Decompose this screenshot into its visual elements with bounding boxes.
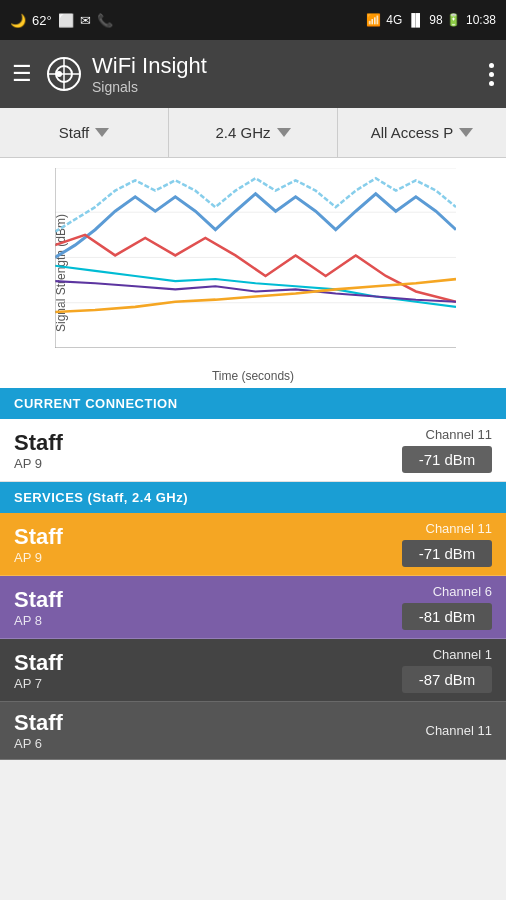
app-title: WiFi Insight: [92, 53, 489, 79]
app-subtitle: Signals: [92, 79, 489, 95]
app-logo: [46, 56, 82, 92]
connection-signal-badge: -71 dBm: [402, 446, 492, 473]
status-left: 🌙 62° ⬜ ✉ 📞: [10, 13, 113, 28]
filter-frequency[interactable]: 2.4 GHz: [169, 108, 338, 157]
service-name-1: Staff: [14, 524, 63, 550]
service-ap-1: AP 9: [14, 550, 63, 565]
current-connection-title: CURRENT CONNECTION: [14, 396, 178, 411]
service-details-4: Channel 11: [426, 723, 493, 738]
chart-area: Signal Strength (dBm) Time (seconds) -20…: [0, 158, 506, 388]
signal-line-lightblue: [55, 178, 456, 231]
service-details-1: Channel 11 -71 dBm: [402, 521, 492, 567]
signal-line-cyan: [55, 266, 456, 307]
connection-info: Staff AP 9: [14, 430, 63, 471]
service-ap-2: AP 8: [14, 613, 63, 628]
chart-x-axis-label: Time (seconds): [212, 369, 294, 383]
more-options-button[interactable]: [489, 40, 494, 108]
connection-channel: Channel 11: [426, 427, 493, 442]
screen-icon: ⬜: [58, 13, 74, 28]
service-name-3: Staff: [14, 650, 63, 676]
connection-name: Staff: [14, 430, 63, 456]
filter-frequency-label: 2.4 GHz: [215, 124, 270, 141]
connection-details: Channel 11 -71 dBm: [402, 427, 492, 473]
service-details-3: Channel 1 -87 dBm: [402, 647, 492, 693]
service-ap-4: AP 6: [14, 736, 63, 751]
status-right: 📶 4G ▐▌ 98 🔋 10:38: [366, 13, 496, 27]
service-channel-1: Channel 11: [426, 521, 493, 536]
current-connection-row[interactable]: Staff AP 9 Channel 11 -71 dBm: [0, 419, 506, 482]
service-signal-badge-1: -71 dBm: [402, 540, 492, 567]
service-name-4: Staff: [14, 710, 63, 736]
status-bar: 🌙 62° ⬜ ✉ 📞 📶 4G ▐▌ 98 🔋 10:38: [0, 0, 506, 40]
service-info-1: Staff AP 9: [14, 524, 63, 565]
signal-line-blue: [55, 194, 456, 258]
service-channel-2: Channel 6: [433, 584, 492, 599]
service-info-3: Staff AP 7: [14, 650, 63, 691]
service-name-2: Staff: [14, 587, 63, 613]
toolbar: ☰ WiFi Insight Signals: [0, 40, 506, 108]
service-channel-3: Channel 1: [433, 647, 492, 662]
filter-ap-label: All Access P: [371, 124, 454, 141]
service-info-2: Staff AP 8: [14, 587, 63, 628]
wifi-icon: 📶: [366, 13, 381, 27]
filter-access-point[interactable]: All Access P: [338, 108, 506, 157]
service-channel-4: Channel 11: [426, 723, 493, 738]
signal-bars-icon: ▐▌: [407, 13, 424, 27]
call-icon: 📞: [97, 13, 113, 28]
service-row-1[interactable]: Staff AP 9 Channel 11 -71 dBm: [0, 513, 506, 576]
service-info-4: Staff AP 6: [14, 710, 63, 751]
service-row-2[interactable]: Staff AP 8 Channel 6 -81 dBm: [0, 576, 506, 639]
time-display: 10:38: [466, 13, 496, 27]
menu-icon[interactable]: ☰: [12, 63, 32, 85]
services-title: SERVICES (Staff, 2.4 GHz): [14, 490, 188, 505]
battery-display: 98 🔋: [429, 13, 461, 27]
service-row-3[interactable]: Staff AP 7 Channel 1 -87 dBm: [0, 639, 506, 702]
mail-icon: ✉: [80, 13, 91, 28]
temp-display: 62°: [32, 13, 52, 28]
svg-point-4: [56, 71, 62, 77]
service-signal-badge-3: -87 dBm: [402, 666, 492, 693]
service-row-4-partial: Staff AP 6 Channel 11: [0, 702, 506, 760]
filter-staff-label: Staff: [59, 124, 90, 141]
service-signal-badge-2: -81 dBm: [402, 603, 492, 630]
chart-inner: -20 -40 -60 -80 -100 -180 -120 -60 0: [55, 168, 456, 348]
service-ap-3: AP 7: [14, 676, 63, 691]
network-type: 4G: [386, 13, 402, 27]
service-details-2: Channel 6 -81 dBm: [402, 584, 492, 630]
filter-ap-arrow: [459, 128, 473, 137]
filter-staff-arrow: [95, 128, 109, 137]
current-connection-header: CURRENT CONNECTION: [0, 388, 506, 419]
filter-staff[interactable]: Staff: [0, 108, 169, 157]
filter-frequency-arrow: [277, 128, 291, 137]
connection-ap: AP 9: [14, 456, 63, 471]
filter-bar: Staff 2.4 GHz All Access P: [0, 108, 506, 158]
signal-chart: -20 -40 -60 -80 -100 -180 -120 -60 0: [55, 168, 456, 348]
services-header: SERVICES (Staff, 2.4 GHz): [0, 482, 506, 513]
moon-icon: 🌙: [10, 13, 26, 28]
toolbar-title-block: WiFi Insight Signals: [92, 53, 489, 95]
